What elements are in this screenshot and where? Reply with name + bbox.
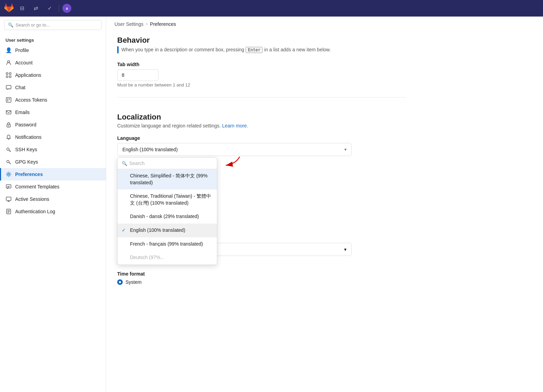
sidebar-item-label: Access Tokens [15, 97, 47, 103]
avatar[interactable]: a [62, 4, 71, 13]
sidebar-item-access-tokens[interactable]: Access Tokens [0, 94, 106, 106]
search-placeholder: Search or go to... [16, 22, 50, 28]
gpg-keys-icon [6, 159, 12, 165]
topbar-separator [59, 5, 59, 12]
lang-item-deutsch[interactable]: Deutsch (97%... [118, 251, 217, 265]
breadcrumb-parent[interactable]: User Settings [114, 21, 143, 27]
svg-point-15 [8, 174, 10, 175]
check-icon: ✓ [122, 227, 126, 234]
svg-rect-1 [6, 73, 8, 74]
breadcrumb-separator: > [145, 22, 148, 27]
sidebar-item-preferences[interactable]: Preferences [0, 168, 106, 180]
topbar: ⊟ ⇄ ✓ a [0, 0, 543, 17]
emails-icon [6, 109, 12, 115]
lang-item-chinese-simplified[interactable]: Chinese, Simplified - 简体中文 (99% translat… [118, 169, 217, 189]
chat-icon [6, 84, 12, 91]
breadcrumb: User Settings > Preferences [106, 17, 543, 30]
language-select-button[interactable]: English (100% translated) ▾ [117, 143, 352, 156]
lang-item-chinese-traditional[interactable]: Chinese, Traditional (Taiwan) - 繁體中文 (台灣… [118, 189, 217, 210]
behavior-note: When you type in a description or commen… [117, 46, 405, 53]
localization-section: Localization Customize language and regi… [117, 107, 405, 285]
svg-rect-5 [6, 85, 11, 89]
svg-rect-17 [6, 197, 11, 200]
enter-key: Enter [245, 47, 263, 53]
lang-list: Chinese, Simplified - 简体中文 (99% translat… [118, 169, 217, 265]
sidebar-item-authentication-log[interactable]: Authentication Log [0, 205, 106, 218]
lang-search-icon: 🔍 [122, 161, 127, 166]
language-label: Language [117, 135, 405, 141]
svg-rect-6 [6, 97, 11, 102]
sidebar-item-ssh-keys[interactable]: SSH Keys [0, 143, 106, 156]
sidebar-item-active-sessions[interactable]: Active Sessions [0, 193, 106, 205]
issues-button[interactable]: ✓ [44, 3, 55, 14]
sidebar-item-label: Authentication Log [15, 209, 55, 214]
breadcrumb-current: Preferences [150, 21, 176, 27]
profile-icon: 👤 [6, 47, 12, 53]
sidebar-item-gpg-keys[interactable]: GPG Keys [0, 156, 106, 168]
tab-width-label: Tab width [117, 62, 405, 67]
svg-rect-3 [6, 76, 8, 78]
radio-dot [117, 279, 123, 285]
svg-rect-8 [9, 99, 10, 100]
content-area: Behavior When you type in a description … [106, 30, 416, 299]
search-icon: 🔍 [8, 22, 13, 28]
second-dropdown-chevron-icon: ▾ [344, 247, 346, 252]
localization-desc: Customize language and region related se… [117, 123, 405, 128]
sidebar-item-emails[interactable]: Emails [0, 106, 106, 118]
selected-language-text: English (100% translated) [122, 147, 178, 152]
lang-search-box: 🔍 [118, 158, 217, 169]
sidebar-item-label: Comment Templates [15, 184, 59, 189]
chevron-down-icon: ▾ [344, 147, 346, 152]
localization-title: Localization [117, 107, 405, 122]
behavior-title: Behavior [117, 30, 405, 45]
sidebar-item-comment-templates[interactable]: Comment Templates [0, 180, 106, 193]
localization-learn-more[interactable]: Learn more. [222, 123, 248, 128]
main-content: User Settings > Preferences Behavior Whe… [106, 17, 543, 392]
sidebar-section-label: User settings [0, 33, 106, 44]
comment-templates-icon [6, 184, 12, 190]
sidebar-toggle-button[interactable]: ⊟ [17, 3, 28, 14]
system-radio[interactable]: System [117, 279, 405, 285]
note-text-before: When you type in a description or commen… [121, 47, 244, 52]
sidebar-item-applications[interactable]: Applications [0, 69, 106, 81]
app-body: 🔍 Search or go to... User settings 👤 Pro… [0, 17, 543, 392]
sidebar-item-label: Chat [15, 85, 26, 90]
language-select-wrapper: English (100% translated) ▾ 🔍 Chinese, S… [117, 143, 352, 156]
sidebar-item-account[interactable]: Account [0, 56, 106, 69]
lang-item-english[interactable]: ✓ English (100% translated) [118, 224, 217, 237]
section-divider [117, 97, 405, 97]
sidebar: 🔍 Search or go to... User settings 👤 Pro… [0, 17, 106, 392]
sidebar-item-notifications[interactable]: Notifications [0, 131, 106, 143]
sidebar-item-label: Account [15, 60, 33, 65]
note-text: When you type in a description or commen… [121, 46, 331, 53]
sidebar-search-area: 🔍 Search or go to... [0, 17, 106, 33]
sidebar-item-label: Preferences [15, 172, 43, 177]
merge-requests-button[interactable]: ⇄ [30, 3, 41, 14]
svg-rect-4 [9, 76, 11, 78]
time-format-label: Time format [117, 271, 405, 277]
search-box[interactable]: 🔍 Search or go to... [4, 20, 102, 30]
ssh-keys-icon [6, 146, 12, 153]
authentication-log-icon [6, 208, 12, 215]
svg-rect-9 [7, 100, 8, 101]
sidebar-item-label: SSH Keys [15, 147, 37, 152]
sidebar-item-label: Notifications [15, 134, 41, 140]
notifications-icon [6, 134, 12, 140]
password-icon [6, 122, 12, 128]
sidebar-item-profile[interactable]: 👤 Profile [0, 44, 106, 56]
localization-desc-text: Customize language and region related se… [117, 123, 221, 128]
sidebar-item-chat[interactable]: Chat [0, 81, 106, 94]
note-bar [117, 46, 119, 53]
account-icon [6, 60, 12, 66]
svg-rect-2 [9, 73, 11, 74]
lang-item-danish[interactable]: Danish - dansk (29% translated) [118, 210, 217, 224]
tab-width-input[interactable] [117, 69, 159, 81]
sidebar-item-label: GPG Keys [15, 159, 38, 165]
sidebar-item-password[interactable]: Password [0, 118, 106, 131]
sidebar-item-label: Applications [15, 72, 41, 78]
lang-item-french[interactable]: French - français (99% translated) [118, 237, 217, 251]
gitlab-logo[interactable] [4, 3, 14, 13]
lang-search-input[interactable] [129, 161, 213, 166]
svg-point-0 [8, 61, 10, 63]
tab-width-hint: Must be a number between 1 and 12 [117, 82, 405, 87]
